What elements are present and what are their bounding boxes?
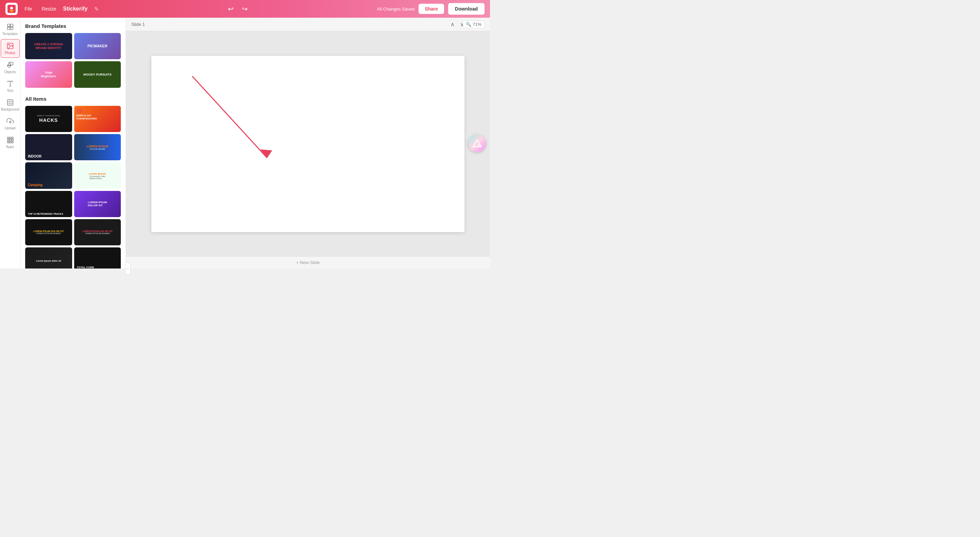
sidebar-item-objects[interactable]: Objects (1, 59, 20, 76)
svg-line-26 (192, 76, 267, 158)
brand-templates-grid: CREATE A STRONGBRAND IDENTITY PICMAKER Y… (25, 33, 121, 88)
svg-rect-20 (7, 139, 9, 141)
all-item-label-4: LOREM IPSUM FACILISI MORBI (74, 134, 121, 160)
edit-icon[interactable]: ✎ (94, 6, 99, 12)
svg-rect-3 (11, 11, 13, 12)
menu-file[interactable]: File (22, 5, 35, 13)
all-item-12[interactable]: TOTAL COREWORKOUT (74, 247, 121, 269)
bg-icon (6, 99, 14, 106)
svg-rect-19 (11, 137, 13, 139)
all-item-label-8: LOREM IPSUMDOLOR SIT (74, 191, 121, 217)
slide-header: Slide 1 ∧ ∨ ⧉ ⊕ (126, 18, 490, 31)
svg-rect-18 (10, 137, 11, 139)
sidebar-icons: Templates Photos Objects Text (0, 18, 21, 269)
left-panel: Brand Templates CREATE A STRONGBRAND IDE… (21, 18, 126, 269)
sidebar-item-templates[interactable]: Templates (1, 21, 20, 38)
all-item-label-2: 15 SIMPLE DIYTHANKSGIVING (74, 106, 121, 132)
menu-resize[interactable]: Resize (39, 5, 59, 13)
svg-point-9 (8, 44, 10, 45)
svg-rect-7 (10, 27, 13, 30)
download-button[interactable]: Download (448, 3, 485, 14)
svg-rect-21 (10, 139, 11, 141)
svg-rect-2 (10, 10, 14, 11)
svg-rect-24 (10, 142, 11, 143)
svg-marker-29 (476, 143, 482, 147)
template-item-4[interactable]: WOODY PURSUITS (74, 61, 121, 88)
all-item-label-12: TOTAL COREWORKOUT (77, 266, 94, 269)
save-status: All Changes Saved (377, 6, 415, 11)
all-item-11[interactable]: Lorem ipsum dolor sit (25, 247, 72, 269)
template-item-2[interactable]: PICMAKER (74, 33, 121, 59)
all-item-label-1: SIMPLY THANKSGIVING HACKS (25, 106, 72, 132)
zoom-icon: 🔍 (466, 22, 471, 27)
slide-up-button[interactable]: ∧ (449, 21, 456, 28)
sidebar-item-photos[interactable]: Photos (1, 39, 20, 58)
canvas-area: 🔍 71% Slide 1 ∧ ∨ ⧉ ⊕ (126, 18, 490, 269)
all-item-4[interactable]: LOREM IPSUM FACILISI MORBI (74, 134, 121, 160)
all-item-9[interactable]: LOREM IPSUM DOLOR SIT CONSECTETUR ADI EI… (25, 219, 72, 245)
all-item-7[interactable]: TOP 10 RETROMIXED TRACKS (25, 191, 72, 217)
sidebar-item-apps[interactable]: Apps (1, 134, 20, 151)
template-label-1: CREATE A STRONGBRAND IDENTITY (33, 41, 65, 51)
all-items-title: All Items (25, 96, 121, 102)
apps-icon (6, 136, 14, 143)
mountain-app-icon[interactable] (468, 134, 486, 152)
sidebar-item-upload[interactable]: Upload (1, 115, 20, 133)
all-item-8[interactable]: LOREM IPSUMDOLOR SIT (74, 191, 121, 217)
all-item-1[interactable]: SIMPLY THANKSGIVING HACKS (25, 106, 72, 132)
template-label-3: YogaBeginners (40, 69, 57, 80)
all-items-grid: SIMPLY THANKSGIVING HACKS 15 SIMPLE DIYT… (25, 106, 121, 269)
collapse-panel-button[interactable]: ‹ (125, 262, 130, 269)
redo-button[interactable]: ↪ (239, 3, 250, 14)
sidebar-label-objects: Objects (5, 70, 16, 74)
template-item-1[interactable]: CREATE A STRONGBRAND IDENTITY (25, 33, 72, 59)
slide-footer: + New Slide (126, 256, 490, 269)
svg-rect-15 (7, 100, 13, 105)
svg-rect-23 (7, 142, 9, 143)
slide-label: Slide 1 (131, 22, 145, 27)
svg-rect-22 (11, 139, 13, 141)
all-item-label-10: LOREM IPSUM DOLOR SIT CONSECTETUR ADI EI… (74, 219, 121, 245)
grid-icon (6, 23, 14, 30)
main-layout: Templates Photos Objects Text (0, 18, 490, 269)
app-logo[interactable] (5, 3, 18, 15)
template-label-2: PICMAKER (86, 43, 109, 50)
topbar-right: All Changes Saved Share Download (377, 3, 485, 14)
sidebar-label-upload: Upload (5, 126, 16, 130)
photo-icon (6, 42, 14, 50)
brand-templates-title: Brand Templates (25, 23, 121, 29)
new-slide-button[interactable]: + New Slide (296, 260, 320, 265)
svg-rect-5 (10, 24, 13, 27)
all-item-2[interactable]: 15 SIMPLE DIYTHANKSGIVING (74, 106, 121, 132)
all-item-label-3: INDOOR (28, 155, 41, 158)
all-item-3[interactable]: INDOOR (25, 134, 72, 160)
template-item-3[interactable]: YogaBeginners (25, 61, 72, 88)
all-item-label-9: LOREM IPSUM DOLOR SIT CONSECTETUR ADI EI… (25, 219, 72, 245)
zoom-indicator[interactable]: 🔍 71% (463, 21, 485, 28)
all-items-section: All Items SIMPLY THANKSGIVING HACKS 15 S… (21, 91, 126, 269)
undo-button[interactable]: ↩ (225, 3, 237, 14)
all-item-label-7: TOP 10 RETROMIXED TRACKS (28, 213, 63, 215)
main-canvas[interactable] (151, 56, 465, 232)
canvas-wrapper (126, 31, 490, 256)
all-item-5[interactable]: Camping (25, 163, 72, 188)
svg-marker-27 (260, 150, 272, 158)
sidebar-label-text: Text (7, 89, 13, 92)
share-button[interactable]: Share (418, 4, 444, 14)
svg-rect-6 (7, 27, 10, 30)
upload-icon (6, 117, 14, 125)
svg-rect-4 (7, 24, 10, 27)
shapes-icon (6, 61, 14, 69)
all-item-10[interactable]: LOREM IPSUM DOLOR SIT CONSECTETUR ADI EI… (74, 219, 121, 245)
text-icon (6, 80, 14, 88)
sidebar-item-background[interactable]: Background (1, 96, 20, 114)
svg-point-1 (10, 7, 13, 10)
app-title: Stickerify (63, 6, 88, 12)
right-float-area (468, 134, 486, 152)
sidebar-label-apps: Apps (6, 145, 14, 149)
sidebar-label-background: Background (1, 108, 19, 111)
all-item-6[interactable]: Lorem Ipsum Consectetur AdipiMagna Aliqu… (74, 163, 121, 188)
svg-rect-25 (11, 142, 13, 143)
sidebar-item-text[interactable]: Text (1, 77, 20, 95)
all-item-label-6: Lorem Ipsum Consectetur AdipiMagna Aliqu… (74, 163, 121, 188)
